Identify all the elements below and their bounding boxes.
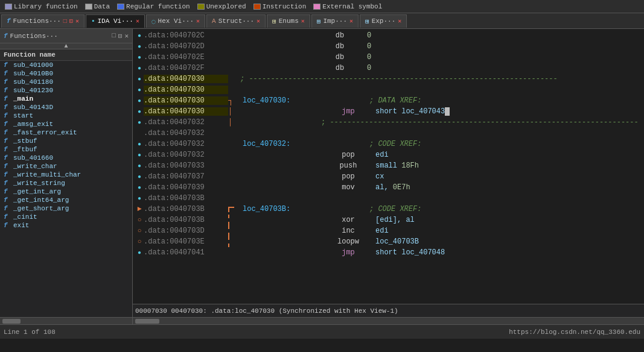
- tab-hex-view[interactable]: ◌ Hex Vi··· ✕: [146, 14, 205, 28]
- op-7032-pop: edi: [375, 151, 389, 159]
- fn-item-cinit[interactable]: f _cinit: [0, 213, 132, 221]
- disasm-line-7041-jmp[interactable]: ● .data:00407041 jmp short loc_407048: [133, 247, 644, 258]
- fn-item-sub401000[interactable]: f sub_401000: [0, 61, 132, 69]
- disasm-line-702d[interactable]: ● .data:0040702D db 0: [133, 41, 644, 52]
- fn-item-sub4010b0[interactable]: f sub_4010B0: [0, 69, 132, 78]
- tab-exports[interactable]: ⊞ Exp··· ✕: [360, 14, 407, 28]
- legend-data-label: Data: [94, 3, 110, 10]
- addr-703b-empty: .data:0040703B: [144, 194, 228, 203]
- tab-hex-x[interactable]: ✕: [196, 17, 200, 25]
- disasm-line-7030-sep[interactable]: ● .data:00407030 ; ---------------------…: [133, 74, 644, 84]
- tab-ida-view[interactable]: ▪ IDA Vi··· ✕: [86, 14, 145, 28]
- fn-item-write-string[interactable]: f _write_string: [0, 179, 132, 187]
- fn-item-write-char[interactable]: f _write_char: [0, 162, 132, 171]
- bullet-7041-jmp: ●: [135, 250, 144, 256]
- tab-struct-x[interactable]: ✕: [257, 17, 260, 25]
- tab-struct-label: Struct···: [218, 17, 254, 25]
- legend-instruction-box: [253, 4, 261, 10]
- addr-7030-jmp: .data:00407030: [144, 107, 228, 116]
- tab-functions-pin[interactable]: ⊡: [69, 17, 73, 25]
- label-7030-loc: loc_407030:: [243, 96, 321, 105]
- functions-minimize[interactable]: □: [112, 32, 116, 40]
- fn-item-get-int[interactable]: f _get_int_arg: [0, 187, 132, 196]
- disasm-line-7033-push[interactable]: ● .data:00407033 push small 18Fh: [133, 160, 644, 171]
- disasm-hscroll-thumb[interactable]: [135, 319, 159, 324]
- tab-exports-x[interactable]: ✕: [398, 17, 401, 25]
- bullet-7030-loc: ●: [135, 98, 144, 104]
- disasm-line-7032-sep[interactable]: ● .data:00407032 │ ; -------------------…: [133, 117, 644, 128]
- disasm-line-7032-empty[interactable]: .data:00407032: [133, 128, 644, 139]
- fn-item-exit[interactable]: f exit: [0, 221, 132, 230]
- fn-item-stbuf[interactable]: f _stbuf: [0, 137, 132, 145]
- tab-imports[interactable]: ⊞ Imp··· ✕: [311, 14, 359, 28]
- fn-item-get-int64[interactable]: f _get_int64_arg: [0, 196, 132, 204]
- fn-item-get-short[interactable]: f _get_short_arg: [0, 204, 132, 213]
- disasm-line-7037-pop[interactable]: ● .data:00407037 pop cx: [133, 171, 644, 182]
- disasm-line-7032-pop[interactable]: ● .data:00407032 pop edi: [133, 149, 644, 160]
- tab-enums[interactable]: ⊞ Enums ✕: [267, 14, 310, 28]
- fn-item-sub401230[interactable]: f sub_401230: [0, 86, 132, 95]
- tab-functions-close[interactable]: □: [63, 18, 67, 25]
- functions-title: Functions···: [10, 33, 58, 40]
- fn-scrollbar-thumb[interactable]: [2, 319, 21, 324]
- fn-item-amsg[interactable]: f _amsg_exit: [0, 120, 132, 128]
- legend-unexplored-box: [197, 4, 205, 10]
- disasm-line-7032-loc[interactable]: ● .data:00407032 loc_407032: ; CODE XREF…: [133, 139, 644, 149]
- op-703e-loopw: loc_40703B: [375, 237, 419, 246]
- fn-icon-4: f: [4, 95, 11, 102]
- fn-item-fast-error[interactable]: f _fast_error_exit: [0, 128, 132, 137]
- fn-item-write-multi[interactable]: f _write_multi_char: [0, 171, 132, 179]
- op-7039-mov: al, 0E7h: [375, 183, 410, 192]
- site-url: https://blog.csdn.net/qq_3360.edu: [509, 328, 640, 336]
- fn-scroll-up[interactable]: ▲: [64, 43, 68, 49]
- tab-functions[interactable]: f Functions··· □ ⊡ ✕: [1, 14, 84, 28]
- disasm-content[interactable]: ● .data:0040702C db 0 ● .data:0040702D d…: [133, 29, 644, 304]
- sep-comment-2: ; --------------------------------------…: [321, 118, 639, 127]
- fn-icon-8: f: [4, 129, 11, 136]
- disasm-line-7030-loc[interactable]: ● .data:00407030 ┐ loc_407030: ; DATA XR…: [133, 95, 644, 106]
- fn-icon-0: f: [4, 61, 11, 69]
- disasm-line-702e[interactable]: ● .data:0040702E db 0: [133, 52, 644, 63]
- disasm-line-702c[interactable]: ● .data:0040702C db 0: [133, 30, 644, 41]
- tab-functions-icon: f: [7, 17, 11, 25]
- disasm-line-702f[interactable]: ● .data:0040702F db 0: [133, 63, 644, 74]
- disasm-line-703b-empty[interactable]: ● .data:0040703B: [133, 193, 644, 204]
- fn-list[interactable]: f sub_401000 f sub_4010B0 f sub_401180 f…: [0, 61, 132, 317]
- fn-icon-13: f: [4, 171, 11, 178]
- functions-dock[interactable]: ⊡: [118, 32, 123, 40]
- tab-functions-x[interactable]: ✕: [75, 17, 79, 25]
- disasm-line-703b-xor[interactable]: ○ .data:0040703B xor [edi], al: [133, 215, 644, 225]
- disasm-line-7039-mov[interactable]: ● .data:00407039 mov al, 0E7h: [133, 182, 644, 193]
- op-702d: 0: [367, 42, 371, 51]
- sep-comment-1: ; --------------------------------------…: [240, 75, 558, 83]
- disasm-line-7030-empty[interactable]: ● .data:00407030: [133, 84, 644, 95]
- fn-item-ftbuf[interactable]: f _ftbuf: [0, 145, 132, 154]
- disasm-line-7030-jmp[interactable]: ● .data:00407030 │ jmp short loc_407043: [133, 106, 644, 117]
- fn-name-10: _ftbuf: [13, 146, 37, 153]
- fn-item-sub401660[interactable]: f sub_401660: [0, 154, 132, 162]
- fn-item-sub401180[interactable]: f sub_401180: [0, 78, 132, 86]
- bullet-7032-pop: ●: [135, 152, 144, 159]
- tab-hex-label: Hex Vi···: [158, 17, 194, 25]
- legend-regular-box: [117, 4, 124, 10]
- disasm-line-703b-loc[interactable]: ► .data:0040703B loc_40703B: ; CODE XREF…: [133, 204, 644, 215]
- tab-ida-x[interactable]: ✕: [136, 17, 139, 25]
- bullet-7032-loc: ●: [135, 141, 144, 148]
- fn-name-4: _main: [13, 95, 33, 102]
- tab-exports-icon: ⊞: [365, 17, 369, 25]
- disasm-line-703e-loopw[interactable]: ○ .data:0040703E loopw loc_40703B: [133, 236, 644, 247]
- fn-item-sub40143d[interactable]: f sub_40143D: [0, 103, 132, 112]
- disasm-line-703d-inc[interactable]: ○ .data:0040703D inc edi: [133, 225, 644, 236]
- functions-close[interactable]: ✕: [124, 32, 129, 40]
- fn-item-main[interactable]: f _main: [0, 95, 132, 103]
- disasm-hscroll[interactable]: [133, 317, 644, 324]
- fn-item-start[interactable]: f start: [0, 112, 132, 120]
- fn-icon-2: f: [4, 78, 11, 86]
- tab-imports-x[interactable]: ✕: [349, 17, 353, 25]
- fn-scrollbar-x[interactable]: [0, 317, 132, 324]
- op-7030-jmp: short loc_407043: [375, 107, 445, 116]
- tab-enums-x[interactable]: ✕: [301, 17, 305, 25]
- bracket-703b: [228, 207, 234, 212]
- tab-struct[interactable]: A Struct··· ✕: [206, 14, 266, 28]
- fn-icon-6: f: [4, 112, 11, 119]
